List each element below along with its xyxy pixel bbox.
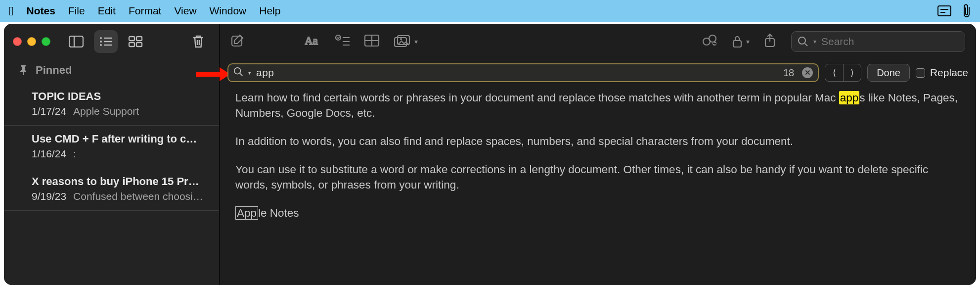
gallery-view-button[interactable] — [124, 30, 147, 53]
compose-button[interactable] — [230, 33, 245, 50]
window-controls — [13, 37, 50, 46]
minimize-window-button[interactable] — [27, 37, 36, 46]
svg-rect-0 — [938, 6, 951, 16]
pin-icon — [19, 65, 28, 75]
search-input[interactable] — [821, 36, 959, 48]
search-icon — [798, 36, 808, 47]
note-preview: : — [73, 148, 76, 160]
svg-rect-14 — [136, 43, 142, 47]
menu-file[interactable]: File — [68, 5, 85, 17]
find-bar: ▾ 18 ✕ ⟨ ⟩ Done Replace — [220, 59, 976, 85]
paragraph: You can use it to substitute a word or m… — [235, 162, 960, 192]
note-title: X reasons to buy iPhone 15 Pr… — [32, 175, 219, 188]
paragraph: Learn how to find certain words or phras… — [235, 90, 960, 121]
note-preview: Apple Support — [73, 105, 139, 117]
editor-toolbar: Aa ▾ ▾ — [220, 24, 976, 59]
media-button[interactable]: ▾ — [394, 35, 418, 48]
svg-line-41 — [240, 74, 243, 76]
note-list-item[interactable]: X reasons to buy iPhone 15 Pr… 9/19/23 C… — [4, 168, 219, 211]
svg-rect-12 — [136, 37, 142, 41]
find-highlight: App — [235, 206, 258, 220]
svg-text:Aa: Aa — [305, 35, 318, 47]
replace-toggle[interactable]: Replace — [916, 67, 968, 79]
svg-rect-33 — [733, 41, 741, 47]
lock-button[interactable]: ▾ — [731, 35, 750, 48]
menu-view[interactable]: View — [174, 5, 196, 17]
find-input[interactable] — [256, 67, 778, 79]
svg-point-9 — [100, 44, 102, 46]
chevron-down-icon: ▾ — [813, 38, 816, 45]
paragraph: Apple Notes — [235, 205, 960, 221]
svg-rect-15 — [23, 72, 24, 75]
note-title: TOPIC IDEAS — [32, 90, 219, 103]
svg-point-27 — [400, 38, 402, 40]
toggle-sidebar-button[interactable] — [64, 30, 88, 53]
fullscreen-window-button[interactable] — [42, 37, 50, 46]
find-done-button[interactable]: Done — [867, 64, 910, 82]
svg-rect-3 — [69, 36, 83, 47]
find-highlight-current: app — [839, 91, 860, 104]
pinned-label: Pinned — [36, 64, 72, 77]
list-view-button[interactable] — [94, 30, 118, 53]
note-list-item[interactable]: TOPIC IDEAS 1/17/24 Apple Support — [4, 83, 219, 126]
svg-rect-13 — [129, 43, 134, 47]
replace-checkbox[interactable] — [916, 68, 925, 78]
apple-menu-icon[interactable]:  — [9, 3, 14, 19]
note-date: 9/19/23 — [32, 190, 66, 202]
menu-format[interactable]: Format — [129, 5, 162, 17]
chevron-down-icon: ▾ — [746, 38, 750, 46]
find-field[interactable]: ▾ 18 ✕ — [227, 63, 819, 82]
sidebar: Pinned TOPIC IDEAS 1/17/24 Apple Support… — [4, 24, 220, 285]
menu-edit[interactable]: Edit — [98, 5, 116, 17]
svg-point-7 — [100, 41, 102, 43]
close-window-button[interactable] — [13, 37, 22, 46]
note-list-item[interactable]: Use CMD + F after writing to c… 1/16/24 … — [4, 126, 219, 168]
menu-help[interactable]: Help — [259, 5, 280, 17]
find-prev-button[interactable]: ⟨ — [825, 64, 843, 81]
delete-note-button[interactable] — [186, 30, 210, 53]
find-next-button[interactable]: ⟩ — [843, 64, 861, 81]
macos-menubar:  Notes File Edit Format View Window Hel… — [0, 0, 980, 22]
svg-point-29 — [709, 35, 716, 42]
share-button[interactable] — [763, 33, 776, 50]
search-icon — [233, 67, 243, 79]
table-button[interactable] — [364, 34, 380, 49]
paragraph: In addition to words, you can also find … — [235, 134, 960, 149]
sidebar-toolbar — [4, 24, 219, 59]
note-date: 1/17/24 — [32, 105, 66, 117]
svg-point-5 — [100, 37, 102, 39]
note-title: Use CMD + F after writing to c… — [32, 133, 219, 145]
notes-list: TOPIC IDEAS 1/17/24 Apple Support Use CM… — [4, 81, 219, 211]
svg-point-40 — [234, 68, 241, 74]
checklist-button[interactable] — [335, 34, 350, 49]
text-style-button[interactable]: Aa — [305, 34, 321, 49]
note-preview: Confused between choosi… — [73, 190, 203, 202]
clear-search-button[interactable]: ✕ — [802, 67, 813, 78]
quick-note-icon[interactable] — [937, 5, 951, 16]
note-body[interactable]: Learn how to find certain words or phras… — [220, 85, 976, 234]
notes-app-window: Pinned TOPIC IDEAS 1/17/24 Apple Support… — [4, 24, 976, 285]
chevron-down-icon: ▾ — [248, 70, 251, 76]
menu-app-name[interactable]: Notes — [27, 5, 55, 17]
find-result-count: 18 — [783, 67, 794, 79]
menu-window[interactable]: Window — [210, 5, 247, 17]
find-nav-segment: ⟨ ⟩ — [825, 64, 861, 82]
toolbar-search[interactable]: ▾ — [791, 31, 965, 52]
svg-point-36 — [799, 37, 805, 44]
chevron-down-icon: ▾ — [414, 38, 418, 46]
svg-rect-11 — [129, 37, 134, 41]
pinned-section-header: Pinned — [4, 59, 219, 81]
note-date: 1/16/24 — [32, 148, 66, 160]
svg-point-18 — [336, 35, 341, 40]
paperclip-icon[interactable] — [962, 3, 971, 18]
svg-line-37 — [805, 44, 807, 46]
editor-pane: Aa ▾ ▾ — [220, 24, 976, 285]
replace-label: Replace — [930, 67, 968, 79]
link-button[interactable] — [702, 34, 717, 49]
